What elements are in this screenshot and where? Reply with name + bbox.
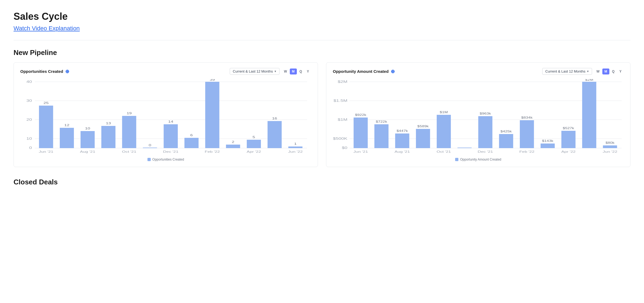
chart2-btn-m[interactable]: M: [602, 69, 609, 74]
chart1-controls: Current & Last 12 Months ▼ W M Q Y: [230, 68, 311, 75]
svg-text:14: 14: [168, 120, 173, 123]
bar-dec21: [164, 124, 178, 148]
chart2-period-dropdown[interactable]: Current & Last 12 Months ▼: [542, 68, 592, 75]
bar-oct21: [122, 116, 136, 148]
chart2-btn-y[interactable]: Y: [617, 69, 624, 74]
chevron-down-icon: ▼: [586, 70, 589, 73]
section-divider: [14, 40, 630, 40]
svg-text:$1M: $1M: [440, 111, 448, 114]
svg-text:Apr '22: Apr '22: [247, 150, 261, 153]
svg-text:0: 0: [29, 146, 32, 149]
chart2-time-buttons: W M Q Y: [594, 69, 624, 74]
chart2-legend-dot: [455, 158, 458, 161]
svg-text:$447k: $447k: [397, 129, 408, 133]
bar-apr22: [247, 140, 261, 148]
svg-text:12: 12: [64, 123, 70, 127]
svg-text:1: 1: [294, 142, 297, 145]
page-title: Sales Cycle: [14, 11, 630, 22]
svg-text:$0: $0: [342, 146, 347, 149]
chart2-btn-w[interactable]: W: [594, 69, 602, 74]
chart1-title: Opportunities Created: [20, 69, 63, 74]
bar-sep21: [101, 126, 115, 148]
svg-text:$834k: $834k: [521, 116, 533, 119]
bar2-sep21: [416, 129, 430, 148]
svg-text:16: 16: [272, 117, 277, 120]
svg-text:Aug '21: Aug '21: [80, 150, 95, 153]
bar-feb22: [205, 82, 219, 148]
charts-row: Opportunities Created ⊕ Current & Last 1…: [14, 62, 630, 167]
chart1-btn-w[interactable]: W: [282, 69, 289, 74]
chart2-area: $2M $1.5M $1M $500K $0 $922k $722k: [333, 79, 624, 155]
svg-text:39: 39: [210, 79, 215, 81]
svg-text:Jun '22: Jun '22: [603, 150, 617, 153]
chart2-svg: $2M $1.5M $1M $500K $0 $922k $722k: [333, 79, 624, 155]
bar2-may22: [582, 82, 596, 148]
svg-text:20: 20: [27, 118, 32, 121]
svg-text:$922k: $922k: [355, 113, 366, 117]
closed-deals-title: Closed Deals: [14, 178, 630, 186]
svg-text:Feb '22: Feb '22: [519, 150, 534, 153]
chart1-svg: 40 30 20 10 0 25 12 10: [20, 79, 311, 155]
svg-text:40: 40: [27, 80, 32, 83]
svg-text:13: 13: [106, 122, 111, 125]
svg-text:$1.5M: $1.5M: [334, 99, 347, 102]
svg-text:Apr '22: Apr '22: [561, 150, 576, 153]
svg-text:$589k: $589k: [417, 125, 429, 128]
svg-text:$722k: $722k: [376, 120, 387, 123]
chart2-period-label: Current & Last 12 Months: [545, 69, 585, 73]
bar2-aug21: [395, 133, 409, 148]
svg-text:Jun '21: Jun '21: [353, 150, 368, 153]
bar2-apr22: [561, 131, 576, 148]
svg-text:$527k: $527k: [563, 127, 574, 130]
chart1-period-label: Current & Last 12 Months: [233, 69, 273, 73]
bar-aug21: [81, 131, 95, 148]
chevron-down-icon: ▼: [274, 70, 277, 73]
bar-jun22: [288, 146, 303, 148]
bar2-jul21: [374, 124, 389, 148]
svg-text:Dec '21: Dec '21: [163, 150, 179, 153]
chart1-header: Opportunities Created ⊕ Current & Last 1…: [20, 68, 311, 75]
chart2-legend: Opportunity Amount Created: [333, 158, 624, 161]
chart2-title: Opportunity Amount Created: [333, 69, 389, 74]
svg-text:2: 2: [232, 140, 234, 144]
chart1-legend-label: Opportunities Created: [152, 158, 184, 161]
opportunities-created-card: Opportunities Created ⊕ Current & Last 1…: [14, 62, 318, 167]
bar2-jun22: [603, 145, 617, 148]
svg-text:$1M: $1M: [338, 118, 347, 121]
bar-nov21: [143, 148, 157, 148]
chart1-time-buttons: W M Q Y: [282, 69, 311, 74]
svg-text:$80k: $80k: [606, 141, 615, 145]
chart2-header: Opportunity Amount Created ⊕ Current & L…: [333, 68, 624, 75]
bar2-nov21: [458, 148, 472, 148]
svg-text:$143k: $143k: [542, 139, 553, 143]
bar-jul21: [60, 128, 74, 148]
svg-text:Jun '22: Jun '22: [288, 150, 303, 153]
chart1-add-icon[interactable]: ⊕: [65, 69, 69, 74]
svg-text:Dec '21: Dec '21: [478, 150, 493, 153]
chart1-legend: Opportunities Created: [20, 158, 311, 161]
svg-text:30: 30: [27, 99, 32, 102]
svg-text:$2M: $2M: [585, 79, 593, 81]
svg-text:$425k: $425k: [501, 130, 512, 133]
video-link[interactable]: Watch Video Explanation: [14, 25, 80, 32]
svg-text:$2M: $2M: [338, 80, 347, 83]
bar-mar22: [226, 145, 240, 148]
opportunity-amount-card: Opportunity Amount Created ⊕ Current & L…: [326, 62, 630, 167]
bar2-oct21: [437, 115, 451, 148]
svg-text:$963k: $963k: [480, 112, 491, 115]
bar-jun21: [39, 106, 53, 148]
chart1-btn-m[interactable]: M: [290, 69, 297, 74]
svg-text:0: 0: [149, 144, 151, 147]
chart2-add-icon[interactable]: ⊕: [391, 69, 395, 74]
bar2-jan22: [499, 134, 513, 148]
svg-text:Oct '21: Oct '21: [122, 150, 136, 153]
chart1-period-dropdown[interactable]: Current & Last 12 Months ▼: [230, 68, 280, 75]
svg-text:19: 19: [127, 112, 132, 115]
chart1-btn-q[interactable]: Q: [297, 69, 304, 74]
chart1-legend-dot: [147, 158, 151, 161]
bar-may22: [268, 121, 282, 148]
chart1-btn-y[interactable]: Y: [305, 69, 311, 74]
svg-text:5: 5: [252, 135, 255, 139]
chart2-btn-q[interactable]: Q: [610, 69, 617, 74]
svg-text:$500K: $500K: [333, 137, 347, 140]
